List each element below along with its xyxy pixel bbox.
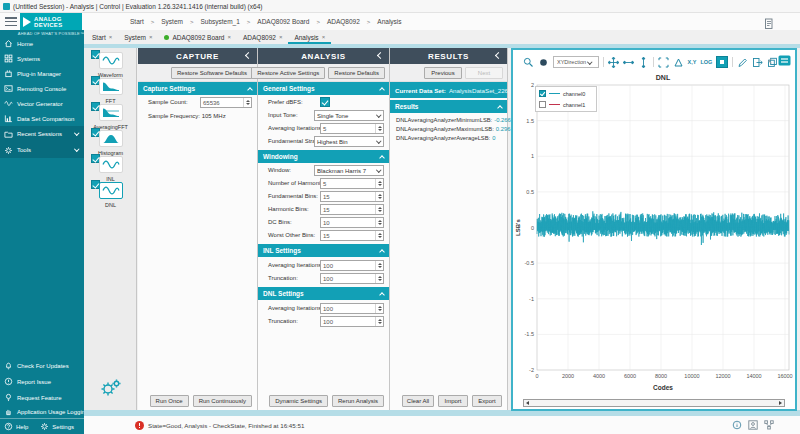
sidebar-item-recent-sessions[interactable]: Recent Sessions (0, 126, 84, 142)
inl-truncation-input[interactable]: 100 (320, 273, 384, 284)
strip-item-averagingfft[interactable] (99, 104, 123, 121)
spinner-buttons[interactable] (375, 179, 383, 188)
next-button[interactable]: Next (465, 67, 503, 79)
restore-software-defaults-button[interactable]: Restore Software Defaults (171, 67, 253, 79)
sidebar-item-check-for-updates[interactable]: Check For Updates (0, 358, 84, 373)
tab-system[interactable]: System× (118, 30, 158, 44)
spinner-buttons[interactable] (375, 124, 383, 133)
sidebar-item-tools[interactable]: Tools (0, 142, 84, 158)
tab-analysis[interactable]: Analysis× (288, 30, 331, 44)
legend-toggle-icon[interactable] (778, 55, 791, 66)
sidebar-item-vector-generator[interactable]: Vector Generator (0, 96, 84, 111)
dynamic-settings-button[interactable]: Dynamic Settings (269, 395, 328, 407)
annotate-pencil-icon[interactable] (737, 57, 748, 68)
measure-icon[interactable] (673, 57, 684, 68)
spinner-buttons[interactable] (243, 98, 251, 107)
strip-item-dnl[interactable] (99, 182, 123, 199)
active-marker-button[interactable] (716, 56, 728, 68)
tab-start[interactable]: Start× (86, 30, 118, 44)
clear-all-button[interactable]: Clear All (402, 395, 434, 407)
tab-adaq8092[interactable]: ADAQ8092× (237, 30, 288, 44)
export-button[interactable]: Export (472, 395, 502, 407)
pan-axes-icon[interactable] (608, 57, 619, 68)
sidebar-item-data-set-comparison[interactable]: Data Set Comparison (0, 111, 84, 126)
tab-adaq8092-board[interactable]: ADAQ8092 Board× (158, 30, 237, 44)
help-button[interactable]: Help (0, 422, 28, 431)
spinner-buttons[interactable] (375, 261, 383, 270)
restore-active-settings-button[interactable]: Restore Active Settings (251, 67, 325, 79)
spinner-buttons[interactable] (375, 218, 383, 227)
previous-button[interactable]: Previous (424, 67, 462, 79)
pan-tool-icon[interactable] (538, 57, 549, 68)
fundamental-strategy-select[interactable]: Highest Bin (314, 136, 384, 147)
tab-close-icon[interactable]: × (227, 34, 231, 40)
spinner-buttons[interactable] (375, 231, 383, 240)
xy-cursor-toggle[interactable]: X,Y (688, 59, 697, 65)
spinner-buttons[interactable] (375, 304, 383, 313)
prefer-dbfs-checkbox[interactable] (320, 97, 330, 107)
harmonic-bins-input[interactable]: 15 (320, 204, 384, 215)
capture-settings-section-bar[interactable]: Capture Settings (138, 82, 257, 95)
general-settings-section-bar[interactable]: General Settings (258, 82, 389, 95)
tab-close-icon[interactable]: × (149, 34, 153, 40)
number-of-harmonics-input[interactable]: 5 (320, 178, 384, 189)
rerun-analysis-button[interactable]: Rerun Analysis (332, 395, 384, 407)
collapse-panel-icon[interactable] (768, 58, 774, 64)
tab-close-icon[interactable]: × (279, 34, 283, 40)
sample-count-input[interactable]: 65536 (200, 97, 252, 108)
sidebar-item-request-feature[interactable]: Request Feature (0, 390, 84, 405)
sidebar-item-plugin-manager[interactable]: Plug-in Manager (0, 66, 84, 81)
sidebar-item-systems[interactable]: Systems (0, 51, 84, 66)
channel1-checkbox[interactable] (539, 101, 546, 108)
x-scale-icon[interactable] (623, 57, 634, 68)
inl-settings-section-bar[interactable]: INL Settings (258, 244, 389, 257)
info-icon[interactable] (732, 420, 742, 430)
breadcrumb-item[interactable]: Subsystem_1 (200, 18, 239, 25)
dnl-plot[interactable]: 020004000600080001000012000140001600021.… (513, 72, 795, 398)
spinner-buttons[interactable] (375, 317, 383, 326)
fit-view-icon[interactable] (658, 57, 669, 68)
dnl-truncation-input[interactable]: 100 (320, 316, 384, 327)
run-continuously-button[interactable]: Run Continuously (193, 395, 252, 407)
sidebar-item-home[interactable]: Home (0, 36, 84, 51)
fundamental-bins-input[interactable]: 15 (320, 191, 384, 202)
spinner-buttons[interactable] (375, 205, 383, 214)
dnl-settings-section-bar[interactable]: DNL Settings (258, 287, 389, 300)
breadcrumb-item[interactable]: Start (130, 18, 144, 25)
windowing-section-bar[interactable]: Windowing (258, 150, 389, 163)
sidebar-item-remoting-console[interactable]: Remoting Console (0, 81, 84, 96)
user-icon[interactable] (748, 420, 758, 430)
xy-direction-dropdown[interactable]: XYDirection (553, 56, 599, 68)
breadcrumb-item[interactable]: ADAQ8092 Board (257, 18, 309, 25)
breadcrumb-item[interactable]: Analysis (377, 18, 401, 25)
collapse-chevron-icon[interactable] (495, 52, 502, 59)
breadcrumb-item[interactable]: ADAQ8092 (327, 18, 360, 25)
collapse-chevron-icon[interactable] (245, 52, 252, 59)
sidebar-item-application-usage-logging[interactable]: Application Usage Logging (0, 404, 84, 419)
network-icon[interactable] (764, 420, 774, 430)
import-button[interactable]: Import (438, 395, 468, 407)
spinner-buttons[interactable] (375, 274, 383, 283)
y-scale-icon[interactable] (638, 57, 649, 68)
averaging-iterations-input[interactable]: 5 (320, 123, 384, 134)
scroll-left-icon[interactable] (526, 401, 529, 405)
collapse-chevron-icon[interactable] (377, 52, 384, 59)
input-tone-select[interactable]: Single Tone (314, 110, 384, 121)
tab-close-icon[interactable]: × (322, 34, 326, 40)
strip-item-fft[interactable] (99, 78, 123, 95)
tab-close-icon[interactable]: × (109, 34, 113, 40)
run-once-button[interactable]: Run Once (150, 395, 189, 407)
chart-horizontal-scrollbar[interactable] (523, 399, 785, 407)
dnl-averaging-iterations-input[interactable]: 100 (320, 303, 384, 314)
log-scale-toggle[interactable]: LOG (700, 59, 712, 65)
hamburger-menu-icon[interactable] (5, 17, 17, 26)
spinner-buttons[interactable] (375, 192, 383, 201)
strip-item-histogram[interactable] (99, 130, 123, 147)
window-select[interactable]: Blackman Harris 7 (314, 165, 384, 176)
sidebar-item-report-issue[interactable]: Report Issue (0, 374, 84, 389)
channel0-checkbox[interactable] (539, 90, 546, 97)
report-page-icon[interactable] (763, 16, 774, 34)
restore-defaults-button[interactable]: Restore Defaults (328, 67, 385, 79)
breadcrumb-item[interactable]: System (161, 18, 183, 25)
export-image-icon[interactable] (752, 57, 763, 68)
